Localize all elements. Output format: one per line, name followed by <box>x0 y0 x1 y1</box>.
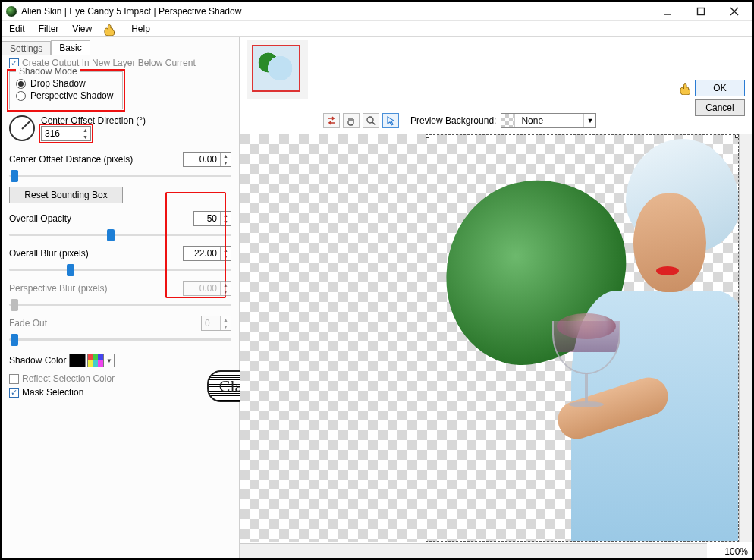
spin-down-icon: ▼ <box>221 323 231 330</box>
maximize-button[interactable] <box>684 2 718 20</box>
drop-shadow-label: Drop Shadow <box>30 78 86 89</box>
spin-down-icon: ▼ <box>221 288 231 295</box>
menu-help[interactable]: Help <box>130 24 152 34</box>
fade-out-field <box>202 316 220 330</box>
radio-dot-icon <box>16 91 26 101</box>
persp-blur-input: ▲▼ <box>183 281 231 296</box>
tool-switch-icon[interactable] <box>323 113 340 128</box>
menu-filter[interactable]: Filter <box>37 24 61 34</box>
menu-edit[interactable]: Edit <box>8 24 27 34</box>
tab-basic[interactable]: Basic <box>51 40 90 55</box>
reflect-sel-label: Reflect Selection Color <box>22 373 115 384</box>
spin-down-icon[interactable]: ▼ <box>221 159 231 166</box>
pointer-hand-icon <box>102 22 119 36</box>
checker-icon <box>501 114 515 127</box>
handle-tl[interactable] <box>426 134 429 138</box>
preview-image <box>453 139 739 542</box>
radio-dot-icon <box>16 79 26 89</box>
app-icon <box>6 6 17 17</box>
reflect-sel-checkbox[interactable] <box>9 374 19 384</box>
center-offset-dist-label: Center Offset Distance (pixels) <box>9 154 133 165</box>
shadow-mode-title: Shadow Mode <box>16 66 80 77</box>
persp-blur-label: Perspective Blur (pixels) <box>9 283 107 294</box>
chevron-down-icon: ▼ <box>583 114 595 127</box>
persp-shadow-label: Perspective Shadow <box>30 90 113 101</box>
fade-out-label: Fade Out <box>9 318 47 329</box>
spin-up-icon[interactable]: ▲ <box>80 127 90 134</box>
svg-rect-1 <box>698 8 705 14</box>
window-title: Alien Skin | Eye Candy 5 Impact | Perspe… <box>21 6 651 17</box>
spin-down-icon[interactable]: ▼ <box>80 134 90 140</box>
center-offset-dir-label: Center Offset Direction (°) <box>41 115 146 126</box>
close-button[interactable] <box>718 2 751 20</box>
tab-settings[interactable]: Settings <box>2 41 51 55</box>
persp-blur-slider <box>9 297 231 311</box>
reset-bounding-box-button[interactable]: Reset Bounding Box <box>9 187 123 203</box>
direction-dial[interactable] <box>9 115 35 141</box>
cancel-button[interactable]: Cancel <box>695 99 745 116</box>
radio-drop-shadow[interactable]: Drop Shadow <box>16 78 116 89</box>
nav-thumbnail[interactable] <box>252 45 300 92</box>
spin-up-icon: ▲ <box>221 282 231 288</box>
preview-bg-select[interactable]: None ▼ <box>501 113 596 128</box>
zoom-tool-icon[interactable] <box>363 113 379 128</box>
svg-line-5 <box>372 122 375 125</box>
close-icon <box>730 7 739 16</box>
hand-tool-icon[interactable] <box>343 113 360 128</box>
svg-point-4 <box>367 117 373 123</box>
center-offset-dir-field[interactable] <box>42 127 80 140</box>
center-offset-dist-slider[interactable] <box>9 168 231 182</box>
maximize-icon <box>696 7 705 16</box>
mask-sel-checkbox[interactable] <box>9 388 19 398</box>
zoom-readout: 100% <box>724 546 748 557</box>
spin-up-icon: ▲ <box>221 316 231 323</box>
center-offset-dist-input[interactable]: ▲▼ <box>183 152 231 167</box>
spin-up-icon[interactable]: ▲ <box>221 153 231 159</box>
radio-perspective-shadow[interactable]: Perspective Shadow <box>16 90 116 101</box>
overall-blur-label: Overall Blur (pixels) <box>9 248 89 259</box>
overall-opacity-label: Overall Opacity <box>9 213 71 224</box>
persp-blur-field <box>184 282 220 295</box>
preview-canvas[interactable] <box>240 134 739 542</box>
pointer-hand-icon <box>678 81 695 95</box>
horizontal-scrollbar[interactable] <box>240 543 707 558</box>
shadow-color-label: Shadow Color <box>9 355 66 366</box>
fade-out-input: ▲▼ <box>201 316 231 331</box>
vertical-scrollbar[interactable] <box>739 134 752 542</box>
minimize-icon <box>663 7 672 16</box>
minimize-button[interactable] <box>651 2 684 20</box>
mask-sel-label: Mask Selection <box>22 387 83 398</box>
center-offset-dir-input[interactable]: ▲▼ <box>41 126 91 141</box>
fade-out-slider[interactable] <box>9 332 231 346</box>
palette-icon[interactable] <box>87 354 104 367</box>
ok-button[interactable]: OK <box>695 80 745 96</box>
arrow-tool-icon[interactable] <box>382 113 399 128</box>
shadow-color-swatch[interactable] <box>69 354 86 367</box>
menu-view[interactable]: View <box>71 24 93 34</box>
selection-bounds[interactable] <box>426 134 739 542</box>
preview-bg-label: Preview Background: <box>410 115 496 126</box>
color-dropdown-arrow[interactable]: ▼ <box>104 354 115 367</box>
preview-bg-value: None <box>515 114 583 127</box>
center-offset-dist-field[interactable] <box>184 153 220 166</box>
